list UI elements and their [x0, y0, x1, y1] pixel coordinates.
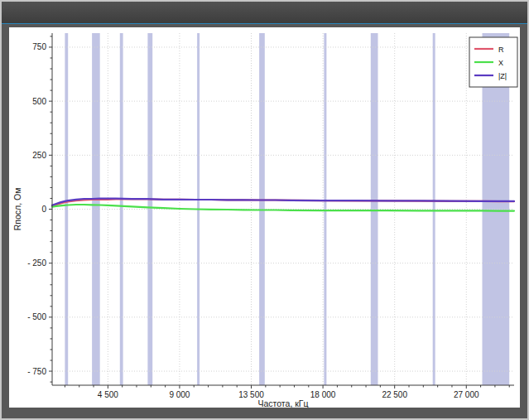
svg-text:750: 750: [32, 42, 46, 51]
svg-text:22 500: 22 500: [382, 390, 407, 399]
chart-area[interactable]: 4 5009 00013 50018 00022 50027 000750500…: [9, 27, 520, 408]
legend-label: |Z|: [498, 72, 507, 80]
tab-label: Z=R||+jX: [0, 7, 15, 23]
tab-label: Z=R+jX: [0, 7, 21, 23]
tab-label: Рефлектометр: [0, 7, 3, 23]
x-axis-title: Частота, кГц: [257, 398, 308, 408]
legend: RX|Z|: [469, 37, 517, 87]
svg-text:4 500: 4 500: [98, 390, 118, 399]
app-window: КСВФазаZ=R+jXZ=R||+jXВПРефлектометрСмит …: [0, 0, 529, 420]
svg-text:18 000: 18 000: [310, 390, 336, 399]
band: [371, 33, 378, 385]
tab-bar: КСВФазаZ=R+jXZ=R||+jXВПРефлектометрСмит: [2, 2, 527, 24]
tab-label: ВП: [0, 7, 9, 23]
band: [120, 33, 123, 385]
tick-marks: [49, 36, 509, 389]
svg-text:500: 500: [32, 97, 46, 106]
svg-text:0: 0: [41, 205, 46, 214]
svg-text:- 750: - 750: [27, 367, 46, 376]
tab-label: КСВ: [9, 7, 32, 23]
impedance-chart: 4 5009 00013 50018 00022 50027 000750500…: [9, 27, 520, 408]
svg-text:27 000: 27 000: [454, 390, 479, 399]
tab-label: Фаза: [3, 7, 26, 23]
svg-text:- 250: - 250: [27, 258, 46, 268]
legend-label: R: [498, 46, 504, 54]
band: [92, 33, 100, 385]
legend-label: X: [498, 59, 503, 67]
svg-text:- 500: - 500: [27, 312, 46, 321]
svg-text:9 000: 9 000: [169, 390, 190, 399]
y-axis-title: Rпосл, Ом: [12, 188, 22, 231]
chart-panel: 4 5009 00013 50018 00022 50027 000750500…: [9, 27, 520, 408]
svg-text:250: 250: [32, 151, 46, 160]
